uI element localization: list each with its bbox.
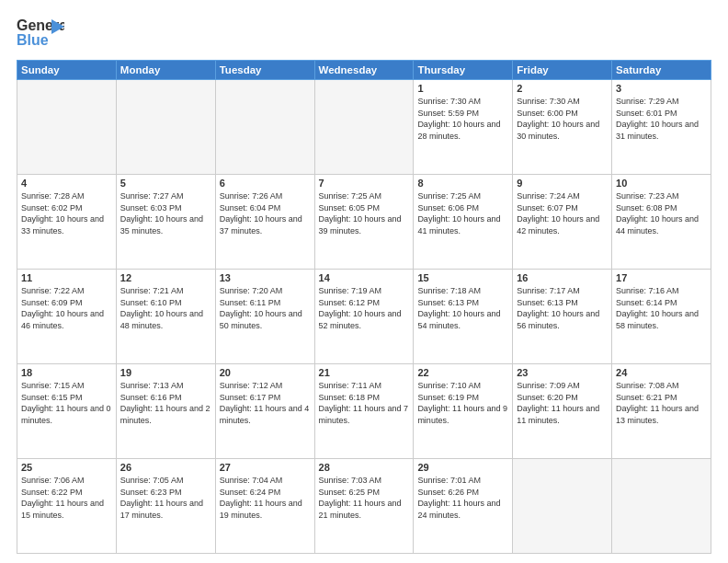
calendar-cell: 3Sunrise: 7:29 AM Sunset: 6:01 PM Daylig… [612, 80, 711, 175]
day-number: 23 [517, 367, 608, 378]
day-number: 21 [319, 367, 410, 378]
page: General Blue SundayMondayTuesdayWednesda… [0, 0, 728, 563]
calendar-cell: 5Sunrise: 7:27 AM Sunset: 6:03 PM Daylig… [116, 175, 215, 270]
day-info: Sunrise: 7:01 AM Sunset: 6:26 PM Dayligh… [417, 475, 508, 521]
day-header: Thursday [414, 61, 513, 80]
calendar-header: SundayMondayTuesdayWednesdayThursdayFrid… [17, 61, 711, 80]
day-info: Sunrise: 7:05 AM Sunset: 6:23 PM Dayligh… [120, 475, 211, 521]
day-number: 27 [220, 462, 311, 473]
svg-text:Blue: Blue [17, 32, 49, 48]
day-number: 4 [21, 178, 112, 189]
calendar-cell: 12Sunrise: 7:21 AM Sunset: 6:10 PM Dayli… [116, 270, 215, 364]
day-number: 29 [417, 462, 508, 473]
day-info: Sunrise: 7:28 AM Sunset: 6:02 PM Dayligh… [21, 190, 112, 236]
day-info: Sunrise: 7:15 AM Sunset: 6:15 PM Dayligh… [21, 380, 112, 426]
calendar-cell: 25Sunrise: 7:06 AM Sunset: 6:22 PM Dayli… [17, 459, 117, 554]
day-header: Friday [513, 61, 612, 80]
calendar-week-row: 11Sunrise: 7:22 AM Sunset: 6:09 PM Dayli… [17, 270, 711, 364]
header: General Blue [17, 14, 711, 54]
day-info: Sunrise: 7:16 AM Sunset: 6:14 PM Dayligh… [616, 285, 707, 331]
calendar-cell [116, 80, 215, 175]
calendar-cell: 27Sunrise: 7:04 AM Sunset: 6:24 PM Dayli… [215, 459, 314, 554]
calendar-cell: 6Sunrise: 7:26 AM Sunset: 6:04 PM Daylig… [215, 175, 314, 270]
day-number: 13 [220, 272, 311, 283]
day-info: Sunrise: 7:20 AM Sunset: 6:11 PM Dayligh… [220, 285, 311, 331]
calendar-cell [17, 80, 117, 175]
calendar-cell: 22Sunrise: 7:10 AM Sunset: 6:19 PM Dayli… [414, 364, 513, 459]
calendar-cell: 10Sunrise: 7:23 AM Sunset: 6:08 PM Dayli… [612, 175, 711, 270]
day-header: Tuesday [215, 61, 314, 80]
day-info: Sunrise: 7:10 AM Sunset: 6:19 PM Dayligh… [417, 380, 508, 426]
logo-icon: General Blue [17, 14, 64, 54]
calendar-week-row: 4Sunrise: 7:28 AM Sunset: 6:02 PM Daylig… [17, 175, 711, 270]
calendar-cell: 15Sunrise: 7:18 AM Sunset: 6:13 PM Dayli… [414, 270, 513, 364]
calendar-cell: 20Sunrise: 7:12 AM Sunset: 6:17 PM Dayli… [215, 364, 314, 459]
day-info: Sunrise: 7:29 AM Sunset: 6:01 PM Dayligh… [616, 96, 707, 142]
day-number: 19 [120, 367, 211, 378]
day-number: 15 [417, 272, 508, 283]
day-number: 8 [417, 178, 508, 189]
calendar-cell [612, 459, 711, 554]
calendar-cell: 28Sunrise: 7:03 AM Sunset: 6:25 PM Dayli… [314, 459, 414, 554]
day-info: Sunrise: 7:09 AM Sunset: 6:20 PM Dayligh… [517, 380, 608, 426]
day-number: 26 [120, 462, 211, 473]
calendar-cell: 24Sunrise: 7:08 AM Sunset: 6:21 PM Dayli… [612, 364, 711, 459]
calendar-cell: 14Sunrise: 7:19 AM Sunset: 6:12 PM Dayli… [314, 270, 414, 364]
calendar-cell: 16Sunrise: 7:17 AM Sunset: 6:13 PM Dayli… [513, 270, 612, 364]
calendar-cell: 7Sunrise: 7:25 AM Sunset: 6:05 PM Daylig… [314, 175, 414, 270]
day-info: Sunrise: 7:26 AM Sunset: 6:04 PM Dayligh… [220, 190, 311, 236]
calendar-cell: 26Sunrise: 7:05 AM Sunset: 6:23 PM Dayli… [116, 459, 215, 554]
day-number: 10 [616, 178, 707, 189]
day-info: Sunrise: 7:18 AM Sunset: 6:13 PM Dayligh… [417, 285, 508, 331]
calendar-cell: 18Sunrise: 7:15 AM Sunset: 6:15 PM Dayli… [17, 364, 117, 459]
calendar-week-row: 1Sunrise: 7:30 AM Sunset: 5:59 PM Daylig… [17, 80, 711, 175]
day-info: Sunrise: 7:30 AM Sunset: 5:59 PM Dayligh… [417, 96, 508, 142]
day-info: Sunrise: 7:27 AM Sunset: 6:03 PM Dayligh… [120, 190, 211, 236]
day-number: 20 [220, 367, 311, 378]
logo: General Blue [17, 14, 64, 54]
day-number: 24 [616, 367, 707, 378]
day-number: 25 [21, 462, 112, 473]
day-info: Sunrise: 7:21 AM Sunset: 6:10 PM Dayligh… [120, 285, 211, 331]
day-number: 14 [319, 272, 410, 283]
calendar-cell: 23Sunrise: 7:09 AM Sunset: 6:20 PM Dayli… [513, 364, 612, 459]
day-header: Monday [116, 61, 215, 80]
day-info: Sunrise: 7:19 AM Sunset: 6:12 PM Dayligh… [319, 285, 410, 331]
day-header: Saturday [612, 61, 711, 80]
day-header: Sunday [17, 61, 117, 80]
calendar-cell: 8Sunrise: 7:25 AM Sunset: 6:06 PM Daylig… [414, 175, 513, 270]
day-number: 18 [21, 367, 112, 378]
calendar-cell: 4Sunrise: 7:28 AM Sunset: 6:02 PM Daylig… [17, 175, 117, 270]
calendar-cell: 29Sunrise: 7:01 AM Sunset: 6:26 PM Dayli… [414, 459, 513, 554]
calendar-body: 1Sunrise: 7:30 AM Sunset: 5:59 PM Daylig… [17, 80, 711, 554]
day-number: 16 [517, 272, 608, 283]
day-number: 12 [120, 272, 211, 283]
logo-image: General Blue [17, 14, 64, 54]
day-info: Sunrise: 7:08 AM Sunset: 6:21 PM Dayligh… [616, 380, 707, 426]
calendar-cell: 19Sunrise: 7:13 AM Sunset: 6:16 PM Dayli… [116, 364, 215, 459]
day-info: Sunrise: 7:06 AM Sunset: 6:22 PM Dayligh… [21, 475, 112, 521]
calendar-cell: 9Sunrise: 7:24 AM Sunset: 6:07 PM Daylig… [513, 175, 612, 270]
day-number: 17 [616, 272, 707, 283]
day-info: Sunrise: 7:17 AM Sunset: 6:13 PM Dayligh… [517, 285, 608, 331]
day-number: 1 [417, 83, 508, 94]
day-number: 6 [220, 178, 311, 189]
calendar-cell: 17Sunrise: 7:16 AM Sunset: 6:14 PM Dayli… [612, 270, 711, 364]
calendar-cell: 13Sunrise: 7:20 AM Sunset: 6:11 PM Dayli… [215, 270, 314, 364]
calendar-cell [314, 80, 414, 175]
calendar-table: SundayMondayTuesdayWednesdayThursdayFrid… [17, 60, 711, 554]
day-number: 11 [21, 272, 112, 283]
calendar-week-row: 25Sunrise: 7:06 AM Sunset: 6:22 PM Dayli… [17, 459, 711, 554]
day-info: Sunrise: 7:13 AM Sunset: 6:16 PM Dayligh… [120, 380, 211, 426]
calendar-cell: 21Sunrise: 7:11 AM Sunset: 6:18 PM Dayli… [314, 364, 414, 459]
day-number: 2 [517, 83, 608, 94]
day-info: Sunrise: 7:04 AM Sunset: 6:24 PM Dayligh… [220, 475, 311, 521]
day-number: 28 [319, 462, 410, 473]
calendar-cell [215, 80, 314, 175]
day-number: 7 [319, 178, 410, 189]
day-info: Sunrise: 7:30 AM Sunset: 6:00 PM Dayligh… [517, 96, 608, 142]
day-header: Wednesday [314, 61, 414, 80]
calendar-cell: 11Sunrise: 7:22 AM Sunset: 6:09 PM Dayli… [17, 270, 117, 364]
day-info: Sunrise: 7:03 AM Sunset: 6:25 PM Dayligh… [319, 475, 410, 521]
calendar-cell: 1Sunrise: 7:30 AM Sunset: 5:59 PM Daylig… [414, 80, 513, 175]
